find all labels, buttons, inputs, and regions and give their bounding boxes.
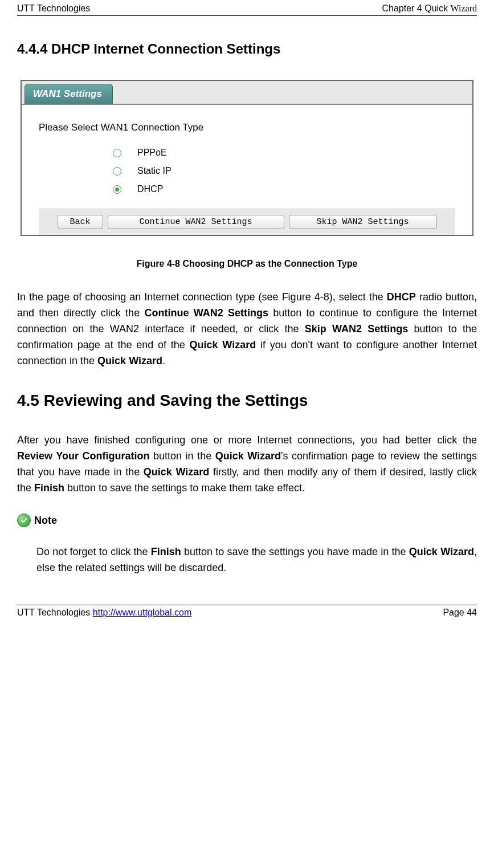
tab-wan1-settings[interactable]: WAN1 Settings: [25, 84, 113, 104]
heading-4-5: 4.5 Reviewing and Saving the Settings: [17, 392, 477, 410]
radio-label: PPPoE: [137, 148, 167, 158]
skip-wan2-button[interactable]: Skip WAN2 Settings: [289, 215, 437, 229]
header-left: UTT Technologies: [17, 3, 90, 14]
note-label: Note: [34, 515, 57, 527]
radio-icon: [113, 149, 121, 157]
radio-icon: [113, 167, 121, 176]
continue-wan2-button[interactable]: Continue WAN2 Settings: [108, 215, 284, 229]
header-right: Chapter 4 Quick Wizard: [382, 3, 477, 14]
note-body: Do not forget to click the Finish button…: [36, 544, 477, 576]
check-icon: [17, 514, 31, 527]
button-bar: Back Continue WAN2 Settings Skip WAN2 Se…: [39, 209, 455, 235]
connection-type-radio-group: PPPoE Static IP DHCP: [113, 148, 455, 194]
heading-4-4-4: 4.4.4 DHCP Internet Connection Settings: [17, 41, 477, 57]
radio-icon-selected: [113, 185, 121, 194]
paragraph-dhcp-instructions: In the page of choosing an Internet conn…: [17, 290, 477, 369]
radio-label: Static IP: [137, 166, 172, 176]
paragraph-review-save: After you have finished configuring one …: [17, 433, 477, 496]
footer-left: UTT Technologies http://www.uttglobal.co…: [17, 608, 191, 618]
tab-row: WAN1 Settings: [22, 81, 472, 105]
radio-row-static-ip[interactable]: Static IP: [113, 166, 455, 176]
footer-page-number: Page 44: [443, 608, 477, 618]
footer-link[interactable]: http://www.uttglobal.com: [93, 608, 191, 617]
connection-type-prompt: Please Select WAN1 Connection Type: [39, 122, 455, 133]
page-footer: UTT Technologies http://www.uttglobal.co…: [17, 605, 477, 620]
radio-row-pppoe[interactable]: PPPoE: [113, 148, 455, 158]
figure-4-8-caption: Figure 4-8 Choosing DHCP as the Connecti…: [17, 259, 477, 269]
wan-body: Please Select WAN1 Connection Type PPPoE…: [22, 105, 472, 235]
radio-label: DHCP: [137, 184, 163, 194]
wan1-settings-screenshot: WAN1 Settings Please Select WAN1 Connect…: [21, 80, 473, 236]
page-header: UTT Technologies Chapter 4 Quick Wizard: [17, 0, 477, 16]
radio-row-dhcp[interactable]: DHCP: [113, 184, 455, 194]
note-header: Note: [17, 514, 477, 527]
back-button[interactable]: Back: [58, 215, 103, 229]
